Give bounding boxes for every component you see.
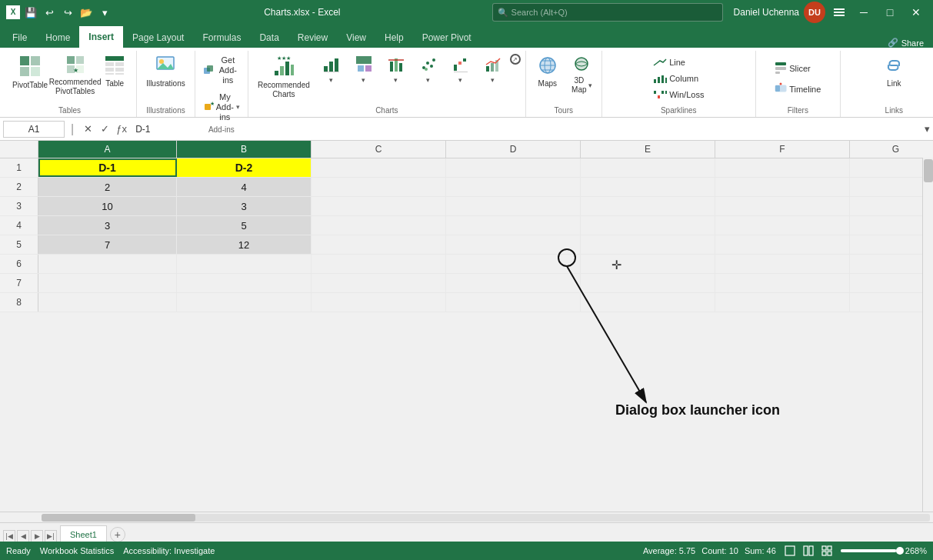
share-button[interactable]: 🔗Share	[881, 38, 930, 48]
slicer-button[interactable]: Slicer	[771, 60, 814, 78]
cell-g4[interactable]	[850, 216, 933, 235]
tab-data[interactable]: Data	[250, 28, 288, 48]
maximize-button[interactable]: □	[879, 2, 901, 23]
link-button[interactable]: Link	[877, 54, 911, 90]
save-qat-button[interactable]: 💾	[23, 5, 38, 20]
cell-d6[interactable]	[446, 255, 581, 273]
row-header-8[interactable]: 8	[0, 293, 38, 312]
col-header-a[interactable]: A	[38, 141, 177, 158]
row-header-5[interactable]: 5	[0, 235, 38, 254]
cell-e1[interactable]	[581, 158, 715, 177]
tab-help[interactable]: Help	[375, 28, 413, 48]
formula-expand-button[interactable]: ▾	[925, 123, 930, 135]
search-bar[interactable]: 🔍 Search (Alt+Q)	[492, 3, 723, 22]
cell-c3[interactable]	[312, 197, 446, 215]
cell-g7[interactable]	[850, 274, 933, 292]
redo-qat-button[interactable]: ↪	[60, 5, 75, 20]
cell-a1[interactable]: D-1	[38, 158, 177, 177]
cell-b2[interactable]: 4	[177, 178, 312, 196]
close-button[interactable]: ✕	[905, 2, 927, 23]
tab-review[interactable]: Review	[288, 28, 337, 48]
cell-g1[interactable]	[850, 158, 933, 177]
cell-d1[interactable]	[446, 158, 581, 177]
cell-b8[interactable]	[177, 293, 312, 312]
cell-c5[interactable]	[312, 235, 446, 254]
next-sheet-button[interactable]: ▶	[31, 530, 43, 542]
cell-a5[interactable]: 7	[38, 235, 177, 254]
cell-a8[interactable]	[38, 293, 177, 312]
recommended-pivot-button[interactable]: ★ Recommended PivotTables	[54, 54, 96, 98]
zoom-level-label[interactable]: 268%	[905, 546, 927, 555]
get-addins-button[interactable]: Get Add-ins	[200, 54, 243, 88]
last-sheet-button[interactable]: ▶|	[45, 530, 57, 542]
row-header-3[interactable]: 3	[0, 197, 38, 215]
cell-e7[interactable]	[581, 274, 715, 292]
cell-g5[interactable]	[850, 235, 933, 254]
formula-confirm-button[interactable]: ✓	[97, 122, 112, 137]
page-break-view-button[interactable]	[819, 543, 835, 558]
tab-insert[interactable]: Insert	[79, 26, 123, 48]
cell-d2[interactable]	[446, 178, 581, 196]
prev-sheet-button[interactable]: ◀	[17, 530, 29, 542]
cell-e2[interactable]	[581, 178, 715, 196]
combo-button[interactable]: ▾	[478, 54, 508, 85]
cell-b6[interactable]	[177, 255, 312, 273]
zoom-slider-thumb[interactable]	[896, 547, 904, 555]
formula-input[interactable]	[132, 121, 921, 138]
cell-f3[interactable]	[715, 197, 850, 215]
cell-a4[interactable]: 3	[38, 216, 177, 235]
minimize-button[interactable]: ─	[853, 2, 875, 23]
formula-cancel-button[interactable]: ✕	[80, 122, 95, 137]
cell-a3[interactable]: 10	[38, 197, 177, 215]
cell-b7[interactable]	[177, 274, 312, 292]
cell-d8[interactable]	[446, 293, 581, 312]
pivot-table-button[interactable]: PivotTable	[8, 54, 52, 92]
cell-e3[interactable]	[581, 197, 715, 215]
h-scrollbar-thumb[interactable]	[42, 514, 195, 522]
tab-home[interactable]: Home	[36, 28, 79, 48]
cell-f1[interactable]	[715, 158, 850, 177]
cell-a6[interactable]	[38, 255, 177, 273]
row-header-4[interactable]: 4	[0, 216, 38, 235]
charts-dialog-launcher[interactable]: ↗	[510, 54, 521, 65]
col-header-g[interactable]: G	[850, 141, 933, 158]
grid-scroll[interactable]: A B C D E F G 1 D-1 D-2	[0, 141, 933, 512]
cell-c6[interactable]	[312, 255, 446, 273]
table-button[interactable]: Table	[98, 54, 132, 90]
timeline-button[interactable]: Timeline	[771, 81, 824, 98]
ribbon-display-button[interactable]	[830, 3, 848, 22]
cell-a2[interactable]: 2	[38, 178, 177, 196]
cell-d3[interactable]	[446, 197, 581, 215]
open-qat-button[interactable]: 📂	[78, 5, 94, 20]
formula-insert-function-button[interactable]: ƒx	[114, 122, 129, 137]
workbook-stats-button[interactable]: Workbook Statistics	[40, 546, 114, 555]
hierarchy-button[interactable]: ▾	[348, 54, 379, 85]
sparkline-line-button[interactable]: Line	[650, 56, 688, 71]
cell-f7[interactable]	[715, 274, 850, 292]
cell-f5[interactable]	[715, 235, 850, 254]
tab-page-layout[interactable]: Page Layout	[123, 28, 193, 48]
my-addins-button[interactable]: ★ My Add-ins ▾	[200, 91, 243, 125]
col-header-e[interactable]: E	[581, 141, 715, 158]
cell-f4[interactable]	[715, 216, 850, 235]
undo-qat-button[interactable]: ↩	[42, 5, 57, 20]
cell-c8[interactable]	[312, 293, 446, 312]
waterfall-button[interactable]: ▾	[445, 54, 476, 85]
row-header-7[interactable]: 7	[0, 274, 38, 292]
tab-view[interactable]: View	[337, 28, 375, 48]
scrollbar-thumb[interactable]	[924, 159, 933, 182]
cell-b5[interactable]: 12	[177, 235, 312, 254]
cell-d7[interactable]	[446, 274, 581, 292]
statistic-button[interactable]: ▾	[381, 54, 412, 85]
page-layout-view-button[interactable]	[801, 543, 816, 558]
zoom-slider[interactable]	[841, 549, 902, 552]
vertical-scrollbar[interactable]	[922, 158, 933, 512]
sparkline-winloss-button[interactable]: Win/Loss	[650, 88, 707, 103]
sheet-tab-sheet1[interactable]: Sheet1	[60, 525, 107, 542]
cell-f8[interactable]	[715, 293, 850, 312]
col-header-f[interactable]: F	[715, 141, 850, 158]
tab-formulas[interactable]: Formulas	[193, 28, 250, 48]
horizontal-scrollbar[interactable]	[0, 512, 933, 522]
column-bar-button[interactable]: ▾	[316, 54, 347, 85]
cell-g3[interactable]	[850, 197, 933, 215]
